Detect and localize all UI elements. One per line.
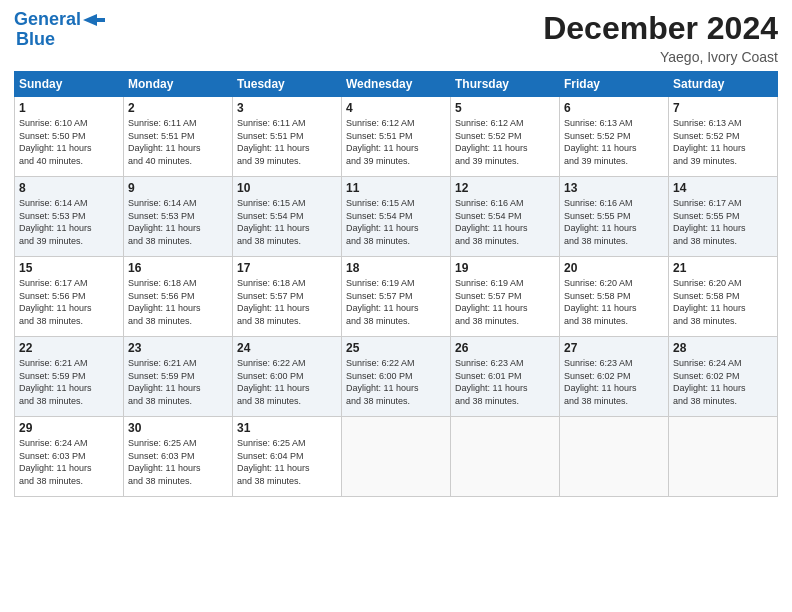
day-number: 28 [673, 341, 773, 355]
day-info: Sunrise: 6:24 AMSunset: 6:03 PMDaylight:… [19, 437, 119, 487]
day-info: Sunrise: 6:21 AMSunset: 5:59 PMDaylight:… [19, 357, 119, 407]
day-number: 15 [19, 261, 119, 275]
calendar-cell: 16Sunrise: 6:18 AMSunset: 5:56 PMDayligh… [124, 257, 233, 337]
calendar-cell: 2Sunrise: 6:11 AMSunset: 5:51 PMDaylight… [124, 97, 233, 177]
day-info: Sunrise: 6:14 AMSunset: 5:53 PMDaylight:… [128, 197, 228, 247]
day-number: 24 [237, 341, 337, 355]
weekday-header-wednesday: Wednesday [342, 72, 451, 97]
calendar-cell: 27Sunrise: 6:23 AMSunset: 6:02 PMDayligh… [560, 337, 669, 417]
weekday-header-saturday: Saturday [669, 72, 778, 97]
calendar-cell: 29Sunrise: 6:24 AMSunset: 6:03 PMDayligh… [15, 417, 124, 497]
day-number: 19 [455, 261, 555, 275]
calendar-cell: 24Sunrise: 6:22 AMSunset: 6:00 PMDayligh… [233, 337, 342, 417]
day-info: Sunrise: 6:13 AMSunset: 5:52 PMDaylight:… [673, 117, 773, 167]
logo: General Blue [14, 10, 105, 50]
day-info: Sunrise: 6:11 AMSunset: 5:51 PMDaylight:… [128, 117, 228, 167]
calendar-cell: 3Sunrise: 6:11 AMSunset: 5:51 PMDaylight… [233, 97, 342, 177]
calendar-cell [560, 417, 669, 497]
day-info: Sunrise: 6:18 AMSunset: 5:57 PMDaylight:… [237, 277, 337, 327]
calendar-cell: 7Sunrise: 6:13 AMSunset: 5:52 PMDaylight… [669, 97, 778, 177]
calendar-cell: 20Sunrise: 6:20 AMSunset: 5:58 PMDayligh… [560, 257, 669, 337]
day-info: Sunrise: 6:22 AMSunset: 6:00 PMDaylight:… [346, 357, 446, 407]
day-info: Sunrise: 6:20 AMSunset: 5:58 PMDaylight:… [564, 277, 664, 327]
day-number: 10 [237, 181, 337, 195]
day-info: Sunrise: 6:12 AMSunset: 5:52 PMDaylight:… [455, 117, 555, 167]
calendar-cell: 17Sunrise: 6:18 AMSunset: 5:57 PMDayligh… [233, 257, 342, 337]
day-info: Sunrise: 6:17 AMSunset: 5:55 PMDaylight:… [673, 197, 773, 247]
weekday-header-friday: Friday [560, 72, 669, 97]
calendar-week-2: 8Sunrise: 6:14 AMSunset: 5:53 PMDaylight… [15, 177, 778, 257]
day-number: 6 [564, 101, 664, 115]
day-number: 7 [673, 101, 773, 115]
logo-text: General [14, 10, 81, 30]
day-number: 1 [19, 101, 119, 115]
calendar-cell: 30Sunrise: 6:25 AMSunset: 6:03 PMDayligh… [124, 417, 233, 497]
calendar-cell: 14Sunrise: 6:17 AMSunset: 5:55 PMDayligh… [669, 177, 778, 257]
day-info: Sunrise: 6:25 AMSunset: 6:03 PMDaylight:… [128, 437, 228, 487]
day-info: Sunrise: 6:15 AMSunset: 5:54 PMDaylight:… [237, 197, 337, 247]
calendar-week-4: 22Sunrise: 6:21 AMSunset: 5:59 PMDayligh… [15, 337, 778, 417]
day-number: 21 [673, 261, 773, 275]
day-info: Sunrise: 6:25 AMSunset: 6:04 PMDaylight:… [237, 437, 337, 487]
day-info: Sunrise: 6:15 AMSunset: 5:54 PMDaylight:… [346, 197, 446, 247]
calendar-week-5: 29Sunrise: 6:24 AMSunset: 6:03 PMDayligh… [15, 417, 778, 497]
day-info: Sunrise: 6:17 AMSunset: 5:56 PMDaylight:… [19, 277, 119, 327]
weekday-header-sunday: Sunday [15, 72, 124, 97]
calendar-cell: 5Sunrise: 6:12 AMSunset: 5:52 PMDaylight… [451, 97, 560, 177]
day-info: Sunrise: 6:14 AMSunset: 5:53 PMDaylight:… [19, 197, 119, 247]
location-title: Yaego, Ivory Coast [543, 49, 778, 65]
day-info: Sunrise: 6:13 AMSunset: 5:52 PMDaylight:… [564, 117, 664, 167]
calendar-cell: 1Sunrise: 6:10 AMSunset: 5:50 PMDaylight… [15, 97, 124, 177]
day-info: Sunrise: 6:23 AMSunset: 6:01 PMDaylight:… [455, 357, 555, 407]
calendar-cell: 9Sunrise: 6:14 AMSunset: 5:53 PMDaylight… [124, 177, 233, 257]
calendar-cell: 28Sunrise: 6:24 AMSunset: 6:02 PMDayligh… [669, 337, 778, 417]
calendar-cell: 26Sunrise: 6:23 AMSunset: 6:01 PMDayligh… [451, 337, 560, 417]
header: General Blue December 2024 Yaego, Ivory … [14, 10, 778, 65]
day-info: Sunrise: 6:19 AMSunset: 5:57 PMDaylight:… [346, 277, 446, 327]
calendar-cell: 13Sunrise: 6:16 AMSunset: 5:55 PMDayligh… [560, 177, 669, 257]
calendar-week-3: 15Sunrise: 6:17 AMSunset: 5:56 PMDayligh… [15, 257, 778, 337]
day-info: Sunrise: 6:22 AMSunset: 6:00 PMDaylight:… [237, 357, 337, 407]
calendar-cell: 21Sunrise: 6:20 AMSunset: 5:58 PMDayligh… [669, 257, 778, 337]
calendar-cell [669, 417, 778, 497]
day-number: 8 [19, 181, 119, 195]
logo-arrow-icon [83, 14, 105, 26]
weekday-header-tuesday: Tuesday [233, 72, 342, 97]
day-number: 9 [128, 181, 228, 195]
day-number: 23 [128, 341, 228, 355]
day-number: 29 [19, 421, 119, 435]
day-number: 14 [673, 181, 773, 195]
day-info: Sunrise: 6:21 AMSunset: 5:59 PMDaylight:… [128, 357, 228, 407]
day-number: 16 [128, 261, 228, 275]
day-info: Sunrise: 6:12 AMSunset: 5:51 PMDaylight:… [346, 117, 446, 167]
day-number: 12 [455, 181, 555, 195]
day-number: 11 [346, 181, 446, 195]
svg-marker-0 [83, 14, 105, 26]
calendar-cell: 25Sunrise: 6:22 AMSunset: 6:00 PMDayligh… [342, 337, 451, 417]
calendar-table: SundayMondayTuesdayWednesdayThursdayFrid… [14, 71, 778, 497]
day-info: Sunrise: 6:16 AMSunset: 5:54 PMDaylight:… [455, 197, 555, 247]
calendar-cell: 23Sunrise: 6:21 AMSunset: 5:59 PMDayligh… [124, 337, 233, 417]
calendar-cell: 22Sunrise: 6:21 AMSunset: 5:59 PMDayligh… [15, 337, 124, 417]
calendar-cell: 4Sunrise: 6:12 AMSunset: 5:51 PMDaylight… [342, 97, 451, 177]
day-number: 2 [128, 101, 228, 115]
page-container: General Blue December 2024 Yaego, Ivory … [0, 0, 792, 507]
day-info: Sunrise: 6:18 AMSunset: 5:56 PMDaylight:… [128, 277, 228, 327]
weekday-header-thursday: Thursday [451, 72, 560, 97]
calendar-cell: 11Sunrise: 6:15 AMSunset: 5:54 PMDayligh… [342, 177, 451, 257]
calendar-cell [451, 417, 560, 497]
day-number: 20 [564, 261, 664, 275]
weekday-header-monday: Monday [124, 72, 233, 97]
day-number: 4 [346, 101, 446, 115]
calendar-cell: 12Sunrise: 6:16 AMSunset: 5:54 PMDayligh… [451, 177, 560, 257]
calendar-week-1: 1Sunrise: 6:10 AMSunset: 5:50 PMDaylight… [15, 97, 778, 177]
calendar-cell: 31Sunrise: 6:25 AMSunset: 6:04 PMDayligh… [233, 417, 342, 497]
title-block: December 2024 Yaego, Ivory Coast [543, 10, 778, 65]
calendar-cell: 8Sunrise: 6:14 AMSunset: 5:53 PMDaylight… [15, 177, 124, 257]
calendar-cell: 19Sunrise: 6:19 AMSunset: 5:57 PMDayligh… [451, 257, 560, 337]
day-number: 13 [564, 181, 664, 195]
day-number: 3 [237, 101, 337, 115]
day-info: Sunrise: 6:16 AMSunset: 5:55 PMDaylight:… [564, 197, 664, 247]
day-info: Sunrise: 6:23 AMSunset: 6:02 PMDaylight:… [564, 357, 664, 407]
calendar-cell: 10Sunrise: 6:15 AMSunset: 5:54 PMDayligh… [233, 177, 342, 257]
